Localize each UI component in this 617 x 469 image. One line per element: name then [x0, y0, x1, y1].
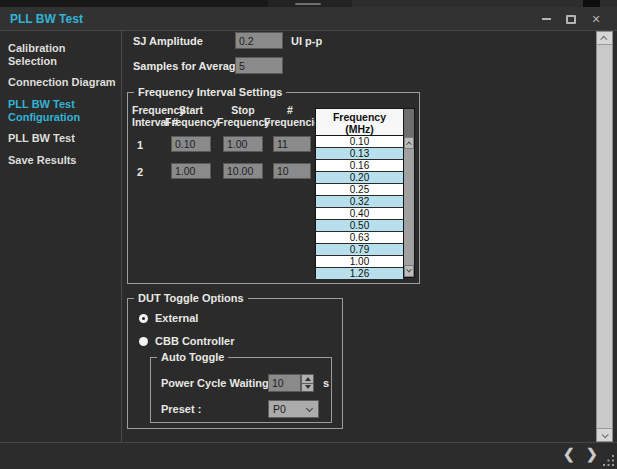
sidebar-item-pll-bw-test[interactable]: PLL BW Test [0, 128, 121, 149]
frequency-table-row[interactable]: 0.10 [316, 136, 403, 148]
frequency-table-row[interactable]: 1.00 [316, 256, 403, 268]
sidebar-item-save-results[interactable]: Save Results [0, 150, 121, 171]
drag-handle[interactable] [268, 0, 352, 7]
interval-1-count-input[interactable] [273, 136, 311, 152]
frequency-table-scrollbar[interactable] [403, 109, 414, 277]
frequency-table-scroll-track[interactable] [404, 149, 414, 265]
frequency-interval-settings-group: Frequency Interval Settings FrequencyInt… [127, 92, 420, 284]
window-title: PLL BW Test [10, 12, 83, 26]
sj-amplitude-input[interactable] [235, 32, 283, 49]
frequency-table-scroll-up-button[interactable] [404, 137, 414, 149]
column-header-num-frequencies: #Frequencies [264, 104, 316, 128]
auto-toggle-group: Auto Toggle Power Cycle Waiting : s Pres… [150, 357, 332, 423]
preset-label: Preset : [161, 403, 201, 415]
previous-page-button[interactable]: ❮ [563, 446, 575, 462]
next-page-button[interactable]: ❯ [586, 446, 598, 462]
minimize-button[interactable] [537, 11, 555, 27]
chevron-down-icon [406, 267, 412, 273]
column-header-start-frequency: StartFrequency [165, 104, 217, 128]
minimize-icon [542, 18, 551, 20]
power-cycle-waiting-input[interactable] [268, 374, 301, 392]
interval-2-count-input[interactable] [273, 163, 311, 179]
frequency-table-row[interactable]: 0.40 [316, 208, 403, 220]
resize-grip-icon [603, 464, 605, 466]
power-cycle-waiting-spinner [268, 374, 314, 392]
scroll-up-button[interactable] [597, 32, 612, 45]
sj-amplitude-unit: UI p-p [291, 35, 322, 47]
power-cycle-waiting-unit: s [323, 377, 329, 389]
scrollbar-thumb[interactable] [597, 45, 612, 428]
chevron-up-icon [406, 142, 412, 148]
drag-handle-icon [295, 3, 321, 5]
interval-1-stop-input[interactable] [223, 136, 263, 152]
sidebar-item-calibration-selection[interactable]: Calibration Selection [0, 38, 121, 72]
interval-2-stop-input[interactable] [223, 163, 263, 179]
scroll-down-button[interactable] [597, 428, 612, 441]
interval-1-number: 1 [137, 139, 143, 151]
frequency-table-row[interactable]: 0.13 [316, 148, 403, 160]
sidebar-item-pll-bw-test-configuration[interactable]: PLL BW Test Configuration [0, 94, 121, 128]
dropdown-chevron-icon [306, 405, 313, 412]
bottom-bar: ❮ ❯ [0, 442, 617, 469]
interval-2-start-input[interactable] [171, 163, 211, 179]
frequency-table-row[interactable]: 1.26 [316, 268, 403, 279]
dut-toggle-options-group: DUT Toggle Options External CBB Controll… [127, 298, 343, 429]
triangle-down-icon [305, 385, 311, 389]
frequency-table: Frequency(MHz) 0.10 0.13 0.16 0.20 0.25 … [315, 108, 415, 278]
frequency-table-row[interactable]: 0.79 [316, 244, 403, 256]
frequency-table-row[interactable]: 0.63 [316, 232, 403, 244]
radio-selected-icon [139, 314, 148, 323]
radio-external-label: External [155, 312, 198, 324]
spinner-down-button[interactable] [301, 384, 314, 393]
close-button[interactable]: ✕ [587, 11, 605, 27]
radio-cbb-controller-label: CBB Controller [155, 335, 234, 347]
samples-for-averaging-input[interactable] [235, 57, 283, 74]
radio-external[interactable]: External [139, 312, 198, 324]
resize-grip[interactable] [602, 454, 615, 467]
sidebar-item-connection-diagram[interactable]: Connection Diagram [0, 72, 121, 93]
chevron-up-icon [600, 35, 607, 42]
titlebar: PLL BW Test ✕ [0, 7, 617, 31]
window-top-edge [0, 0, 617, 7]
interval-2-number: 2 [137, 166, 143, 178]
frequency-table-row[interactable]: 0.25 [316, 184, 403, 196]
dut-toggle-options-title: DUT Toggle Options [134, 292, 248, 304]
radio-cbb-controller[interactable]: CBB Controller [139, 335, 234, 347]
maximize-button[interactable] [562, 11, 580, 27]
frequency-table-scroll-down-button[interactable] [404, 265, 414, 277]
preset-dropdown-value: P0 [273, 403, 286, 415]
maximize-icon [566, 15, 576, 24]
column-header-stop-frequency: StopFrequency [217, 104, 269, 128]
frequency-table-rows: 0.10 0.13 0.16 0.20 0.25 0.32 0.40 0.50 … [316, 136, 403, 279]
frequency-table-scrollbar-gap [404, 109, 414, 137]
vertical-scrollbar[interactable] [596, 31, 613, 442]
chevron-down-icon [602, 431, 609, 438]
window-top-edge-dark [0, 0, 268, 7]
frequency-table-row[interactable]: 0.16 [316, 160, 403, 172]
sidebar: Calibration Selection Connection Diagram… [0, 31, 122, 442]
interval-1-start-input[interactable] [171, 136, 211, 152]
sj-amplitude-label: SJ Amplitude [133, 35, 203, 47]
auto-toggle-title: Auto Toggle [157, 351, 228, 363]
window-edge-notch [583, 0, 600, 7]
triangle-up-icon [305, 377, 311, 381]
preset-dropdown[interactable]: P0 [268, 400, 319, 418]
close-icon: ✕ [591, 13, 600, 26]
frequency-interval-settings-title: Frequency Interval Settings [134, 86, 286, 98]
frequency-table-row[interactable]: 0.50 [316, 220, 403, 232]
radio-unselected-icon [139, 337, 148, 346]
power-cycle-waiting-label: Power Cycle Waiting : [161, 377, 276, 389]
frequency-table-row[interactable]: 0.32 [316, 196, 403, 208]
frequency-table-header: Frequency(MHz) [316, 109, 403, 136]
spinner-up-button[interactable] [301, 374, 314, 384]
frequency-table-row[interactable]: 0.20 [316, 172, 403, 184]
